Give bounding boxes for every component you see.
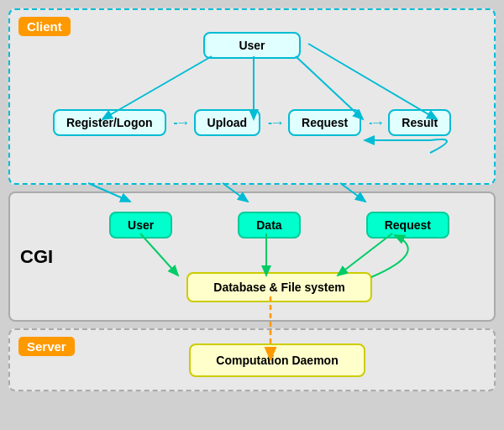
server-section: Server Computation Daemon xyxy=(8,328,496,391)
upload-box: Upload xyxy=(194,109,260,136)
client-section: Client User Register/Logon ···→ Upload ·… xyxy=(8,8,496,185)
db-file-system-box: Database & File system xyxy=(186,272,371,302)
cgi-request-box: Request xyxy=(366,212,449,239)
result-box: Result xyxy=(388,109,451,136)
cgi-user-box: User xyxy=(109,212,172,239)
register-logon-box: Register/Logon xyxy=(53,109,166,136)
cgi-label: CGI xyxy=(20,246,53,268)
client-label: Client xyxy=(18,17,71,36)
svg-line-6 xyxy=(338,233,392,275)
cgi-section: CGI User Data Request Database & File sy… xyxy=(8,191,496,322)
cgi-data-box: Data xyxy=(238,212,300,239)
client-user-box: User xyxy=(203,32,300,59)
request-box: Request xyxy=(288,109,361,136)
computation-daemon-box: Computation Daemon xyxy=(189,343,365,377)
server-label: Server xyxy=(18,337,75,356)
svg-line-4 xyxy=(140,233,178,275)
